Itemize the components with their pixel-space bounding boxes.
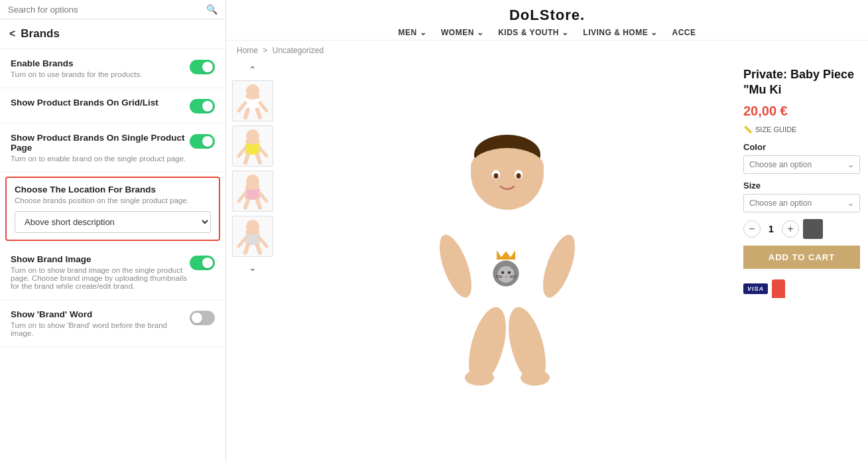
quantity-row: − 1 +: [743, 219, 860, 239]
svg-line-13: [257, 155, 260, 163]
nav-acce[interactable]: ACCE: [672, 28, 696, 37]
svg-line-25: [260, 238, 267, 246]
setting-show-brand-word: Show 'Brand' Word Turn on to show 'Brand…: [0, 300, 225, 347]
show-brands-grid-label: Show Product Brands On Grid/List: [11, 98, 158, 108]
show-brands-single-desc: Turn on to enable brand on the single pr…: [11, 155, 190, 163]
nav-women[interactable]: WOMEN ⌄: [441, 28, 483, 37]
store-nav: MEN ⌄ WOMEN ⌄ KIDS & YOUTH ⌄ LIVING & HO…: [399, 28, 696, 37]
store-header: DoLStore. MEN ⌄ WOMEN ⌄ KIDS & YOUTH ⌄ L…: [226, 0, 868, 40]
product-title: Private: Baby Piece "Mu Ki: [743, 67, 860, 98]
product-info: Private: Baby Piece "Mu Ki 20,00 € 📏 SIZ…: [735, 60, 868, 462]
svg-point-34: [517, 173, 521, 179]
quantity-increase-button[interactable]: +: [782, 220, 799, 238]
panel-title: Brands: [21, 27, 60, 40]
enable-brands-toggle[interactable]: [190, 60, 215, 74]
search-icon: 🔍: [206, 4, 217, 15]
thumbnail-column: ⌃: [226, 60, 279, 462]
show-brand-word-label: Show 'Brand' Word: [11, 309, 190, 319]
thumbnail-2[interactable]: [232, 125, 273, 167]
nav-kids[interactable]: KIDS & YOUTH ⌄: [498, 28, 568, 37]
enable-brands-label: Enable Brands: [11, 58, 142, 68]
thumbnail-1[interactable]: [232, 80, 273, 121]
setting-show-brand-image: Show Brand Image Turn on to show brand i…: [0, 245, 225, 300]
color-swatch: [803, 219, 823, 239]
size-placeholder: Choose an option: [749, 198, 812, 208]
breadcrumb: Home > Uncategorized: [226, 40, 868, 60]
payment-methods: VISA: [743, 279, 860, 298]
svg-line-11: [260, 148, 267, 156]
show-brand-word-desc: Turn on to show 'Brand' word before the …: [11, 321, 190, 337]
show-brand-image-label: Show Brand Image: [11, 254, 190, 264]
svg-line-5: [245, 110, 248, 117]
svg-point-16: [245, 183, 260, 190]
breadcrumb-home[interactable]: Home: [237, 46, 258, 55]
color-placeholder: Choose an option: [749, 160, 812, 169]
svg-point-9: [245, 138, 260, 145]
search-input[interactable]: [8, 5, 206, 15]
product-image-svg: [401, 107, 613, 386]
show-brand-image-desc: Turn on to show brand image on the singl…: [11, 266, 190, 290]
thumbnail-3[interactable]: [232, 171, 273, 212]
svg-line-19: [245, 200, 248, 208]
svg-point-23: [245, 228, 260, 235]
svg-point-30: [471, 148, 544, 185]
svg-line-4: [260, 103, 267, 111]
main-product-image: [279, 60, 735, 432]
product-area: ⌃: [226, 60, 868, 462]
location-dropdown[interactable]: Above short description Below short desc…: [15, 211, 211, 233]
size-guide-link[interactable]: 📏 SIZE GUIDE: [743, 125, 860, 134]
svg-point-2: [245, 93, 260, 100]
back-button[interactable]: <: [9, 28, 15, 40]
color-section: Color Choose an option ⌄: [743, 142, 860, 174]
svg-point-33: [494, 173, 499, 179]
size-chevron-icon: ⌄: [847, 198, 854, 208]
setting-enable-brands: Enable Brands Turn on to use brands for …: [0, 49, 225, 88]
visa-badge: VISA: [743, 283, 768, 294]
location-dropdown-wrap: Above short description Below short desc…: [15, 211, 211, 233]
choose-location-label: Choose The Location For Brands: [15, 185, 211, 194]
thumb-arrow-up[interactable]: ⌃: [247, 63, 258, 76]
breadcrumb-sep: >: [263, 46, 267, 55]
svg-line-24: [239, 238, 245, 246]
svg-line-27: [257, 245, 260, 253]
thumbnail-4[interactable]: [232, 216, 273, 257]
product-page: DoLStore. MEN ⌄ WOMEN ⌄ KIDS & YOUTH ⌄ L…: [226, 0, 868, 462]
quantity-decrease-button[interactable]: −: [743, 220, 761, 238]
show-brand-word-toggle[interactable]: [190, 311, 215, 325]
size-guide-label: SIZE GUIDE: [755, 125, 796, 133]
other-payment-badge: [772, 279, 785, 298]
thumb-arrow-down[interactable]: ⌄: [247, 261, 258, 274]
setting-show-brands-grid: Show Product Brands On Grid/List: [0, 88, 225, 123]
svg-line-6: [257, 110, 260, 117]
svg-point-43: [501, 271, 504, 274]
add-to-cart-button[interactable]: ADD TO CART: [743, 246, 860, 269]
product-price: 20,00 €: [743, 104, 860, 119]
svg-point-50: [465, 370, 494, 386]
nav-men[interactable]: MEN ⌄: [399, 28, 427, 37]
search-bar: 🔍: [0, 0, 225, 19]
svg-point-44: [508, 271, 511, 274]
show-brands-single-label: Show Product Brands On Single Product Pa…: [11, 133, 190, 153]
show-brand-image-toggle[interactable]: [190, 256, 215, 270]
setting-show-brands-single: Show Product Brands On Single Product Pa…: [0, 123, 225, 173]
svg-line-3: [239, 103, 245, 111]
size-select[interactable]: Choose an option ⌄: [743, 194, 860, 212]
svg-line-18: [260, 193, 267, 201]
show-brands-grid-toggle[interactable]: [190, 99, 215, 114]
svg-line-12: [245, 155, 248, 163]
svg-line-20: [257, 200, 260, 208]
svg-line-10: [239, 148, 245, 156]
store-logo: DoLStore.: [509, 7, 585, 24]
color-label: Color: [743, 142, 860, 152]
ruler-icon: 📏: [743, 125, 753, 134]
nav-living[interactable]: LIVING & HOME ⌄: [583, 28, 657, 37]
color-chevron-icon: ⌄: [847, 160, 854, 169]
show-brands-single-toggle[interactable]: [190, 134, 215, 149]
color-select[interactable]: Choose an option ⌄: [743, 155, 860, 174]
settings-panel: 🔍 < Brands Enable Brands Turn on to use …: [0, 0, 226, 462]
svg-point-42: [497, 266, 514, 283]
breadcrumb-category: Uncategorized: [273, 46, 324, 55]
svg-line-26: [245, 245, 248, 253]
enable-brands-desc: Turn on to use brands for the products.: [11, 70, 142, 78]
setting-choose-location: Choose The Location For Brands Choose br…: [5, 177, 220, 241]
